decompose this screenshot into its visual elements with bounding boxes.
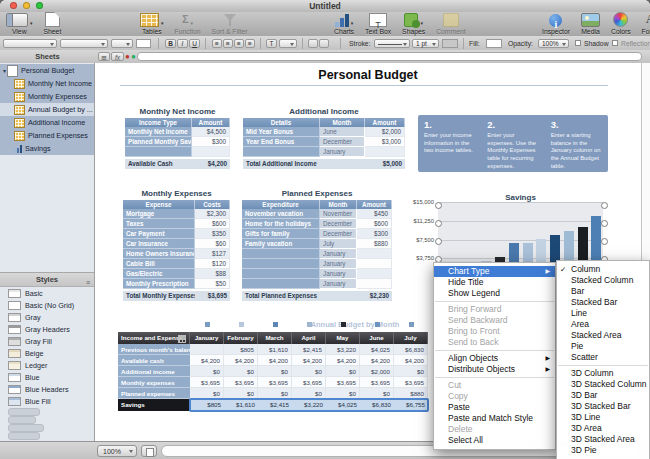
cell[interactable]: Monthly Prescription — [123, 279, 195, 289]
toolbar-charts[interactable]: ▾Charts — [334, 13, 354, 35]
savings-cell[interactable]: $6,755 — [394, 399, 428, 411]
sidebar-item-savings[interactable]: Savings — [0, 142, 94, 155]
vertical-align-button[interactable]: T — [266, 39, 277, 48]
series-marker-icon[interactable] — [409, 322, 414, 327]
cell[interactable] — [365, 147, 405, 157]
footer-label[interactable]: Total Additional Income — [243, 159, 365, 169]
cell[interactable]: $0 — [258, 366, 292, 377]
month-header[interactable]: May — [326, 332, 360, 344]
stroke-width-dropdown[interactable]: 1 pt — [412, 39, 439, 48]
reflection-checkbox[interactable] — [612, 40, 618, 46]
cell[interactable]: $4,200 — [224, 355, 258, 366]
cell[interactable]: $350 — [195, 229, 230, 239]
cell[interactable]: Gifts for family — [242, 229, 320, 239]
align-justify-button[interactable]: ≡ — [245, 39, 255, 48]
fill-color-well[interactable] — [486, 39, 502, 48]
series-marker-icon[interactable] — [341, 322, 346, 327]
column-header[interactable]: Month — [320, 200, 357, 209]
cell[interactable]: $0 — [292, 366, 326, 377]
cell[interactable]: $88 — [195, 269, 230, 279]
selection-handle[interactable] — [601, 220, 608, 227]
sidebar-item-monthly-net-income[interactable]: Monthly Net Income — [0, 77, 94, 90]
selection-handle[interactable] — [435, 220, 442, 227]
cell[interactable]: $4,200 — [190, 355, 224, 366]
selection-handle[interactable] — [435, 202, 442, 209]
month-header[interactable]: July — [394, 332, 428, 344]
selection-handle[interactable] — [601, 238, 608, 245]
menu-item-3d-stacked-bar[interactable]: 3D Stacked Bar — [557, 401, 649, 412]
menu-item-pie[interactable]: Pie — [557, 341, 649, 352]
savings-cell[interactable]: $4,025 — [326, 399, 360, 411]
month-header[interactable]: February — [224, 332, 258, 344]
menu-item-align-objects[interactable]: Align Objects▶ — [434, 353, 555, 364]
cell[interactable]: November vacation — [242, 209, 320, 219]
shadow-checkbox[interactable] — [575, 40, 581, 46]
month-header[interactable]: April — [292, 332, 326, 344]
cell[interactable]: Car Payment — [123, 229, 195, 239]
cell[interactable]: $0 — [258, 388, 292, 399]
italic-button[interactable]: I — [177, 39, 188, 48]
cell[interactable]: $1,610 — [258, 344, 292, 355]
footer-label[interactable]: Total Monthly Expenses — [123, 291, 195, 301]
zoom-dropdown[interactable]: 100% — [97, 445, 137, 457]
column-header[interactable]: Costs — [195, 200, 230, 209]
cell[interactable]: $3,695 — [394, 377, 428, 388]
cell[interactable]: $0 — [326, 366, 360, 377]
style-item-blue-headers[interactable]: Blue Headers — [0, 383, 94, 395]
footer-value[interactable]: $4,200 — [192, 159, 230, 169]
cell[interactable]: $3,695 — [360, 377, 394, 388]
cell[interactable] — [357, 249, 392, 259]
cell[interactable]: Mid Year Bonus — [243, 127, 320, 137]
cell[interactable]: $4,200 — [394, 355, 428, 366]
row-label[interactable]: Additional income — [118, 366, 190, 377]
cell[interactable]: $6,830 — [394, 344, 428, 355]
cell[interactable]: January — [320, 259, 357, 269]
series-marker-icon[interactable] — [205, 322, 210, 327]
footer-label[interactable]: Available Cash — [125, 159, 192, 169]
cell[interactable]: January — [320, 269, 357, 279]
cell[interactable]: $300 — [192, 137, 230, 147]
series-marker-icon[interactable] — [273, 322, 278, 327]
cell[interactable]: $0 — [326, 388, 360, 399]
stroke-color-well[interactable] — [442, 39, 458, 48]
column-header[interactable]: Expenditure — [242, 200, 320, 209]
cell[interactable]: June — [320, 127, 365, 137]
style-item-ledger[interactable]: Ledger — [0, 359, 94, 371]
cell[interactable]: $0 — [394, 366, 428, 377]
typeface-dropdown[interactable] — [60, 39, 108, 48]
cell[interactable]: July — [320, 239, 357, 249]
align-right-button[interactable]: ≡ — [234, 39, 244, 48]
cell-format-button[interactable]: ⊞ — [98, 52, 110, 61]
cell[interactable]: $2,415 — [292, 344, 326, 355]
menu-item-paste[interactable]: Paste — [434, 402, 555, 413]
align-center-button[interactable]: ≡ — [223, 39, 233, 48]
cell[interactable]: $3,695 — [292, 377, 326, 388]
menu-item-3d-bar[interactable]: 3D Bar — [557, 390, 649, 401]
style-item-beige[interactable]: Beige — [0, 347, 94, 359]
cell[interactable]: $0 — [360, 388, 394, 399]
toolbar-view[interactable]: ▾View — [6, 13, 33, 35]
column-header[interactable]: Details — [243, 118, 320, 127]
underline-button[interactable]: U — [189, 39, 200, 48]
font-size-dropdown[interactable] — [111, 39, 133, 48]
menu-item-stacked-column[interactable]: Stacked Column — [557, 275, 649, 286]
savings-cell[interactable]: $805 — [190, 399, 224, 411]
align-left-button[interactable]: ≡ — [212, 39, 222, 48]
row-label[interactable]: Monthly expenses — [118, 377, 190, 388]
series-marker-icon[interactable] — [375, 322, 380, 327]
cell[interactable]: $0 — [224, 366, 258, 377]
column-header[interactable]: Income Type — [125, 118, 192, 127]
cell[interactable]: $120 — [195, 259, 230, 269]
toolbar-tables[interactable]: ▾Tables — [140, 13, 164, 35]
formula-accept-icon[interactable]: ● — [131, 52, 136, 61]
menu-item-show-legend[interactable]: Show Legend — [434, 288, 555, 299]
cell[interactable]: Mortgage — [123, 209, 195, 219]
wrap-toggle-right[interactable] — [319, 39, 329, 48]
style-item-basic[interactable]: Basic — [0, 287, 94, 299]
wrap-dropdown[interactable] — [279, 39, 297, 48]
formula-cancel-icon[interactable]: ● — [125, 52, 130, 61]
toolbar-shapes[interactable]: ▾Shapes — [402, 13, 425, 35]
cell[interactable]: $3,000 — [365, 137, 405, 147]
cell[interactable]: $4,200 — [292, 355, 326, 366]
toolbar-text-box[interactable]: Text Box — [365, 13, 391, 35]
